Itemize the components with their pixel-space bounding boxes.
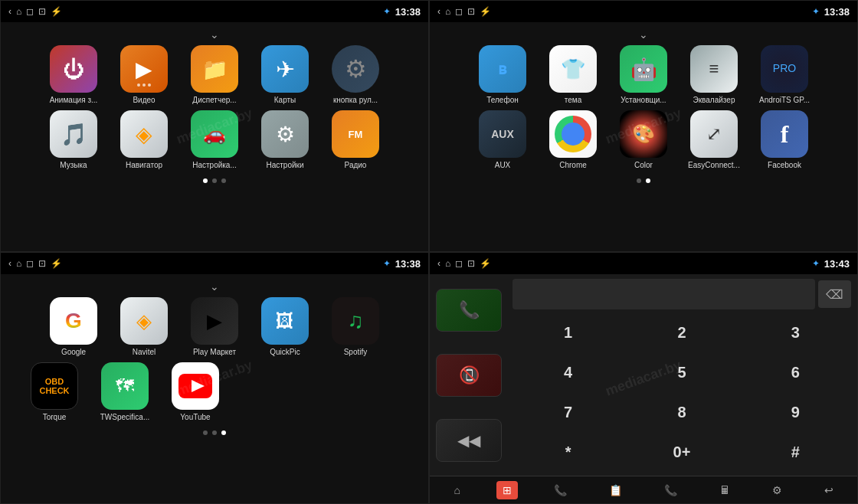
app-music[interactable]: 🎵 Музыка: [43, 110, 104, 169]
app-video[interactable]: ▶ Видео: [113, 45, 175, 104]
home-icon-3[interactable]: ⌂: [16, 258, 21, 269]
hangup-button[interactable]: 📵: [436, 354, 502, 397]
nav-back[interactable]: ↩: [818, 481, 840, 499]
back-icon-1[interactable]: ‹: [8, 6, 11, 17]
chevron-2[interactable]: ⌄: [639, 28, 648, 41]
back-icon-4[interactable]: ‹: [437, 258, 440, 269]
recents-icon-2[interactable]: ◻: [455, 6, 463, 17]
key-1[interactable]: 1: [513, 316, 624, 349]
key-hash[interactable]: #: [740, 435, 851, 469]
app-color[interactable]: 🎨 Color: [613, 110, 674, 169]
dot-2-1[interactable]: [637, 178, 641, 183]
app-gps[interactable]: PRO AndroiTS GP...: [754, 45, 815, 104]
screenshot-icon-1[interactable]: ⊡: [38, 6, 46, 17]
app-icon-color: 🎨: [620, 110, 667, 158]
key-0[interactable]: 0+: [626, 435, 737, 469]
nav-settings[interactable]: ⚙: [766, 481, 788, 499]
app-navigator[interactable]: ◈ Навигатор: [113, 110, 175, 169]
app-theme[interactable]: 👕 тема: [542, 45, 604, 104]
app-navitel[interactable]: ◈ Navitel: [113, 297, 175, 356]
app-youtube[interactable]: YouTube: [165, 362, 226, 421]
app-label-spotify: Spotify: [326, 348, 385, 356]
app-icon-video: ▶: [120, 45, 168, 93]
app-maps[interactable]: ✈ Карты: [254, 45, 316, 104]
recents-icon-4[interactable]: ◻: [455, 258, 463, 269]
app-easyconnect[interactable]: ⤢ EasyConnect...: [683, 110, 745, 169]
key-9[interactable]: 9: [740, 395, 851, 429]
app-installer[interactable]: 🤖 Установщи...: [613, 45, 674, 104]
nav-calls[interactable]: 📞: [548, 481, 573, 499]
dot-3-2[interactable]: [212, 430, 217, 435]
app-facebook[interactable]: f Facebook: [754, 110, 815, 169]
app-radio[interactable]: FM Радио: [325, 110, 386, 169]
app-torque[interactable]: OBDCHECK Torque: [24, 362, 85, 421]
nav-phone[interactable]: 📞: [658, 481, 683, 499]
dot-1-1[interactable]: [203, 178, 208, 183]
key-8[interactable]: 8: [626, 395, 737, 429]
app-label-dispatcher: Диспетчер...: [185, 96, 244, 104]
nav-contacts[interactable]: 📋: [603, 481, 628, 499]
key-6[interactable]: 6: [740, 355, 851, 389]
usb-icon-1: ⚡: [51, 6, 62, 17]
app-playmarket[interactable]: ▶ Play Маркет: [184, 297, 245, 356]
app-icon-twspec: 🗺: [101, 362, 149, 410]
app-icon-chrome: [549, 110, 597, 158]
app-spotify[interactable]: ♫ Spotify: [325, 297, 386, 356]
google-symbol: G: [65, 309, 82, 333]
key-7[interactable]: 7: [513, 395, 624, 429]
dot-2-2[interactable]: [646, 178, 650, 183]
app-quickpic[interactable]: 🖼 QuickPic: [254, 297, 316, 356]
app-aux[interactable]: AUX AUX: [472, 110, 533, 169]
key-3[interactable]: 3: [740, 316, 851, 349]
backspace-button[interactable]: ⌫: [818, 280, 851, 308]
app-settings[interactable]: ⚙ Настройки: [254, 110, 316, 169]
dot-3-1[interactable]: [203, 430, 208, 435]
app-button[interactable]: ⚙ кнопка рул...: [325, 45, 386, 104]
bluetooth-icon-3: ✦: [383, 258, 391, 269]
chevron-1[interactable]: ⌄: [210, 28, 219, 41]
key-star[interactable]: *: [513, 435, 624, 469]
app-row-2-2: AUX AUX Chrome 🎨 Color ⤢: [430, 110, 857, 169]
back-icon-2[interactable]: ‹: [437, 6, 440, 17]
nav-keypad[interactable]: ⊞: [496, 481, 518, 499]
app-settings2[interactable]: 🚗 Настройка...: [184, 110, 245, 169]
dot-3-3[interactable]: [221, 430, 226, 435]
screenshot-icon-4[interactable]: ⊡: [467, 258, 475, 269]
back-icon-3[interactable]: ‹: [8, 258, 11, 269]
app-bluetooth[interactable]: ʙ Телефон: [472, 45, 533, 104]
panel-4: mediacar.by ‹ ⌂ ◻ ⊡ ⚡ ✦ 13:43 📞 📵 ◀◀: [429, 252, 858, 504]
app-icon-navitel: ◈: [120, 297, 168, 345]
nav-home[interactable]: ⌂: [447, 481, 466, 499]
app-equalizer[interactable]: ≡ Эквалайзер: [683, 45, 745, 104]
dot-1-2[interactable]: [212, 178, 217, 183]
home-icon-4[interactable]: ⌂: [445, 258, 450, 269]
panel-1: mediacar.by ‹ ⌂ ◻ ⊡ ⚡ ✦ 13:38 ⌄ ⏻ Анимац…: [0, 0, 429, 252]
screenshot-icon-2[interactable]: ⊡: [467, 6, 475, 17]
app-label-navitel: Navitel: [114, 348, 174, 356]
recents-icon-1[interactable]: ◻: [26, 6, 34, 17]
dot-1-3[interactable]: [221, 178, 226, 183]
chrome-ring: [555, 116, 591, 152]
app-google[interactable]: G Google: [43, 297, 104, 356]
app-label-radio: Радио: [326, 161, 385, 169]
volume-button[interactable]: ◀◀: [436, 419, 502, 462]
status-right-4: ✦ 13:43: [812, 258, 850, 270]
key-5[interactable]: 5: [626, 355, 737, 389]
app-label-maps: Карты: [255, 96, 315, 104]
key-2[interactable]: 2: [626, 316, 737, 349]
recents-icon-3[interactable]: ◻: [26, 258, 34, 269]
call-button[interactable]: 📞: [436, 289, 502, 332]
app-icon-aux: AUX: [479, 110, 526, 158]
nav-calculator[interactable]: 🖩: [713, 481, 736, 499]
app-icon-facebook: f: [761, 110, 808, 158]
app-icon-google: G: [50, 297, 97, 345]
home-icon-1[interactable]: ⌂: [16, 6, 21, 17]
key-4[interactable]: 4: [513, 355, 624, 389]
app-chrome[interactable]: Chrome: [542, 110, 604, 169]
home-icon-2[interactable]: ⌂: [445, 6, 450, 17]
screenshot-icon-3[interactable]: ⊡: [38, 258, 46, 269]
app-animation[interactable]: ⏻ Анимация з...: [43, 45, 104, 104]
app-twspec[interactable]: 🗺 TWSpecifica...: [94, 362, 156, 421]
chevron-3[interactable]: ⌄: [210, 280, 219, 293]
app-dispatcher[interactable]: 📁 Диспетчер...: [184, 45, 245, 104]
